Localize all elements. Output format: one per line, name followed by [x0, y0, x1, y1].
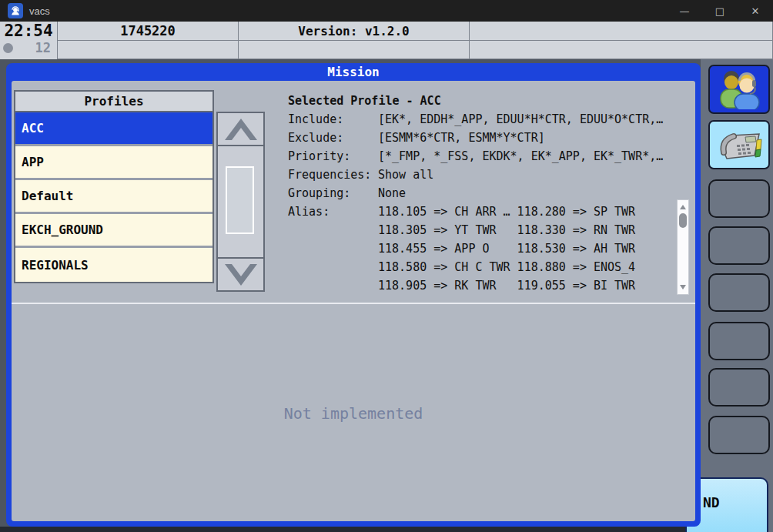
titlebar: vacs — □ ✕: [0, 0, 773, 22]
app-window: vacs — □ ✕ 22:54 12 1745220 Version: v1.…: [0, 0, 773, 532]
phone-button[interactable]: [708, 120, 770, 169]
alias-scroll-up-icon[interactable]: [680, 205, 686, 209]
close-button[interactable]: ✕: [738, 0, 773, 22]
detail-label: Include:: [288, 110, 378, 129]
alias-scroll-down-icon[interactable]: [680, 285, 686, 289]
window-controls: — □ ✕: [667, 0, 773, 22]
alias-line: 118.905 => RK TWR 119.055 => BI TWR: [378, 276, 635, 295]
profile-row-ekch-ground[interactable]: EKCH_GROUND: [15, 214, 212, 248]
scroll-up-button[interactable]: [218, 113, 263, 146]
detail-value: [*_FMP, *_FSS, EKDK*, EK*_APP, EK*_TWR*,…: [378, 147, 663, 166]
detail-exclude: Exclude: [ESMM*6*CTR, ESMM*Y*CTR]: [288, 129, 663, 147]
alias-line: 118.305 => YT TWR 118.330 => RN TWR: [378, 221, 635, 239]
profile-row-regionals[interactable]: REGIONALS: [15, 248, 212, 282]
scroll-track[interactable]: [218, 146, 263, 257]
not-implemented-text: Not implemented: [12, 404, 695, 423]
detail-value: Show all: [378, 166, 433, 184]
detail-label: Grouping:: [288, 184, 378, 202]
ground-button-label: ND: [703, 494, 720, 510]
details-title: Selected Profile - ACC: [288, 92, 663, 110]
clock: 22:54: [4, 22, 52, 40]
detail-label: Exclude:: [288, 129, 378, 147]
scroll-down-button[interactable]: [218, 257, 263, 290]
header-empty-cell-2: [58, 41, 239, 59]
two-people-headset-icon: [714, 69, 764, 109]
status-header: 22:54 12 1745220 Version: v1.2.0: [0, 22, 773, 59]
chevron-up-icon: [223, 117, 259, 142]
section-divider: [12, 303, 695, 304]
profile-row-default[interactable]: Default: [15, 180, 212, 214]
profiles-list: Profiles ACC APP Default EKCH_GROUND REG…: [14, 90, 214, 283]
detail-label: Priority:: [288, 147, 378, 166]
alias-line: 118.455 => APP O 118.530 => AH TWR: [378, 239, 635, 258]
mission-dialog: Mission Profiles ACC APP Default EKCH_GR…: [6, 63, 701, 527]
profiles-list-header: Profiles: [15, 92, 212, 112]
sidebar: [701, 59, 773, 532]
alias-row: 118.305 => YT TWR 118.330 => RN TWR: [288, 221, 663, 239]
sidebar-empty-button-4[interactable]: [708, 322, 770, 360]
detail-value: [ESMM*6*CTR, ESMM*Y*CTR]: [378, 129, 545, 147]
minimize-button[interactable]: —: [667, 0, 702, 22]
header-empty-cell-3: [239, 41, 470, 59]
scroll-thumb[interactable]: [226, 166, 254, 234]
profile-details: Selected Profile - ACC Include: [EK*, ED…: [288, 92, 663, 295]
profile-row-acc[interactable]: ACC: [15, 112, 212, 146]
bottom-strip: [0, 527, 701, 532]
detail-value: [EK*, EDDH*_APP, EDUU*H*CTR, EDUU*O*CTR,…: [378, 110, 663, 129]
app-headset-icon: [8, 3, 23, 18]
controllers-button[interactable]: [708, 65, 770, 114]
telephone-icon: [714, 125, 764, 165]
header-version-cell: Version: v1.2.0: [239, 22, 470, 41]
sidebar-empty-button-2[interactable]: [708, 226, 770, 265]
alias-scroll-thumb[interactable]: [679, 213, 687, 228]
alias-line: 118.580 => CH C TWR 118.880 => ENOS_4: [378, 258, 635, 276]
profiles-scrollbar: [216, 112, 265, 292]
detail-label: Frequencies:: [288, 166, 378, 184]
detail-alias: Alias: 118.105 => CH ARR … 118.280 => SP…: [288, 202, 663, 221]
alias-row: 118.455 => APP O 118.530 => AH TWR: [288, 239, 663, 258]
clock-secondary-value: 12: [35, 40, 51, 55]
dialog-title: Mission: [6, 65, 701, 80]
alias-line: 118.105 => CH ARR … 118.280 => SP TWR: [378, 202, 635, 221]
dialog-body: Profiles ACC APP Default EKCH_GROUND REG…: [12, 81, 695, 521]
header-empty-cell-1: [470, 22, 773, 41]
detail-include: Include: [EK*, EDDH*_APP, EDUU*H*CTR, ED…: [288, 110, 663, 129]
detail-priority: Priority: [*_FMP, *_FSS, EKDK*, EK*_APP,…: [288, 147, 663, 166]
detail-grouping: Grouping: None: [288, 184, 663, 202]
maximize-button[interactable]: □: [702, 0, 738, 22]
sidebar-empty-button-5[interactable]: [708, 368, 770, 407]
alias-row: 118.580 => CH C TWR 118.880 => ENOS_4: [288, 258, 663, 276]
sidebar-empty-button-1[interactable]: [708, 179, 770, 218]
profile-row-app[interactable]: APP: [15, 146, 212, 180]
header-empty-cell-4: [470, 41, 773, 59]
alias-scrollbar[interactable]: [677, 199, 689, 295]
alias-row: 118.905 => RK TWR 119.055 => BI TWR: [288, 276, 663, 295]
detail-value: None: [378, 184, 406, 202]
status-indicator-dot: [3, 43, 13, 53]
chevron-down-icon: [223, 263, 259, 287]
sidebar-empty-button-3[interactable]: [708, 273, 770, 312]
sidebar-empty-button-6[interactable]: [708, 416, 770, 454]
detail-frequencies: Frequencies: Show all: [288, 166, 663, 184]
app-title: vacs: [29, 5, 50, 17]
header-number-cell: 1745220: [58, 22, 239, 41]
detail-label: Alias:: [288, 202, 378, 221]
clock-cell: 22:54 12: [0, 22, 58, 59]
